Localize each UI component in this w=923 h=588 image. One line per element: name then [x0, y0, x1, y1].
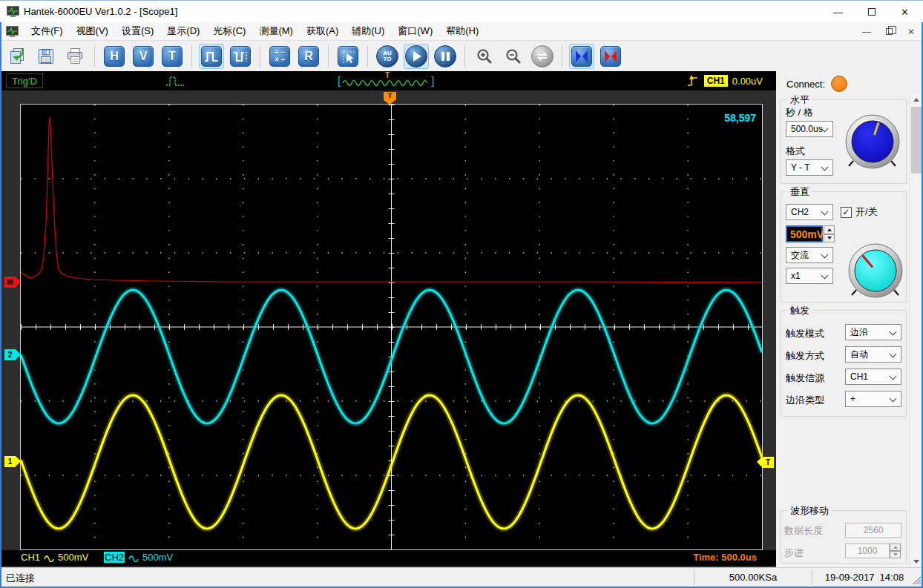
volts-per-div-field[interactable]: 500mV [786, 225, 823, 242]
trigger-source-label: 触发信源 [786, 371, 824, 385]
math-channel-marker[interactable]: M [4, 277, 16, 288]
scroll-up-icon[interactable] [910, 93, 922, 105]
panel-scrollbar[interactable] [910, 93, 922, 567]
pulse-icon [201, 46, 222, 67]
trigger-level-marker[interactable]: T [762, 457, 774, 468]
channel-switch-checkbox[interactable]: ✓ 开/关 [841, 205, 878, 219]
trigger-position-marker[interactable]: T [384, 92, 396, 100]
connect-led-icon [831, 76, 847, 92]
mdi-close-button[interactable]: ✕ [905, 26, 917, 38]
scope-display[interactable]: 58,597 [20, 104, 763, 550]
menu-display[interactable]: 显示(D) [160, 22, 206, 40]
run-button[interactable] [404, 44, 429, 69]
title-bar: Hantek-6000EU Ver1.0.2 - [Scope1] — ✕ [0, 0, 923, 22]
waveform-mode-button[interactable] [199, 44, 224, 69]
app-window: Hantek-6000EU Ver1.0.2 - [Scope1] — ✕ 文件… [0, 0, 923, 588]
cursor-measure-button[interactable] [335, 44, 361, 69]
ch1-scale: 500mV [58, 552, 88, 563]
horizontal-knob[interactable] [844, 113, 901, 171]
menu-view[interactable]: 视图(V) [70, 22, 115, 40]
menu-bar: 文件(F) 视图(V) 设置(S) 显示(D) 光标(C) 测量(M) 获取(A… [0, 22, 923, 41]
pause-button[interactable] [433, 44, 458, 69]
reference-button[interactable]: R [296, 44, 321, 69]
menu-file[interactable]: 文件(F) [24, 22, 70, 40]
menu-cursor[interactable]: 光标(C) [206, 22, 252, 40]
zoom-out-button[interactable] [501, 44, 526, 69]
trigger-sweep-select[interactable]: 自动 [845, 346, 901, 363]
edge-type-label: 边沿类型 [786, 394, 824, 407]
waveform-preview[interactable]: [ ] T [338, 72, 441, 90]
edge-type-select[interactable]: + [845, 391, 901, 407]
spin-up-button[interactable] [824, 225, 835, 234]
chevron-down-icon [890, 351, 897, 358]
trigger-button[interactable]: T [160, 44, 185, 69]
menu-help[interactable]: 帮助(H) [439, 22, 485, 40]
horizontal-group-title: 水平 [787, 93, 812, 107]
ac-coupling-icon [128, 553, 139, 562]
waveform-mode2-button[interactable] [228, 44, 253, 69]
statusbar-separator [694, 569, 694, 585]
channel-select[interactable]: CH2 [786, 204, 833, 220]
open-icon [7, 47, 27, 66]
menu-acquire[interactable]: 获取(A) [300, 22, 345, 40]
close-button[interactable]: ✕ [888, 1, 922, 23]
ch1-position-marker[interactable]: 1 [4, 456, 16, 467]
volts-spinner[interactable] [824, 225, 835, 242]
data-length-field[interactable]: 2560 [845, 523, 901, 538]
spin-down-button[interactable] [824, 234, 835, 243]
chevron-down-icon [821, 164, 829, 171]
format-select[interactable]: Y - T [786, 159, 833, 176]
mdi-restore-button[interactable] [883, 26, 895, 38]
ch1-label: CH1 [21, 552, 40, 563]
chevron-down-icon [821, 272, 829, 280]
chevron-down-icon [890, 328, 897, 336]
scrollbar-thumb[interactable] [911, 107, 922, 174]
timebase-readout: Time: 500.0us [693, 552, 757, 563]
trigger-mode-select[interactable]: 边沿 [845, 324, 901, 340]
open-button[interactable] [4, 44, 30, 69]
step-spinner[interactable] [890, 544, 901, 558]
control-panel: Connect: 水平 秒 / 格 500.0us 格式 Y - T 垂直 [776, 71, 923, 567]
scroll-down-icon[interactable] [910, 555, 922, 567]
pause-icon [434, 45, 456, 67]
pulse-waveform-icon [165, 73, 187, 89]
vertical-group-title: 垂直 [787, 185, 812, 199]
horizontal-compress-button[interactable] [598, 44, 623, 69]
toolbar-separator [191, 45, 192, 67]
vertical-button[interactable]: V [131, 44, 156, 69]
menu-window[interactable]: 窗口(W) [391, 22, 439, 40]
zoom-in-button[interactable] [472, 44, 497, 69]
sec-per-div-select[interactable]: 500.0us [786, 121, 833, 137]
maximize-button[interactable] [855, 1, 888, 23]
coupling-select[interactable]: 交流 [786, 247, 833, 263]
waveform-move-title: 波形移动 [787, 504, 832, 518]
menu-settings[interactable]: 设置(S) [115, 22, 160, 40]
maximize-icon [868, 8, 876, 16]
sample-rate: 500.00KSa [697, 572, 809, 583]
toolbar-separator [562, 45, 562, 67]
scope-footer: CH1 500mV CH2 500mV Time: 500.0us [0, 550, 776, 566]
trigger-sweep-label: 触发方式 [786, 349, 824, 363]
math-button[interactable]: + −× ÷ [267, 44, 292, 69]
save-button[interactable] [33, 44, 59, 69]
trigger-source-select[interactable]: CH1 [845, 369, 901, 385]
minimize-button[interactable]: — [821, 1, 855, 23]
print-button[interactable] [62, 44, 88, 69]
spin-down-button[interactable] [890, 551, 901, 558]
menu-utility[interactable]: 辅助(U) [345, 22, 391, 40]
resize-grip-icon[interactable] [912, 575, 922, 585]
horizontal-expand-button[interactable] [569, 44, 594, 69]
swap-button[interactable] [530, 44, 555, 69]
step-field[interactable]: 1000 [845, 544, 890, 558]
vertical-knob[interactable] [847, 242, 904, 300]
ch2-position-marker[interactable]: 2 [4, 349, 16, 360]
menu-measure[interactable]: 测量(M) [252, 22, 300, 40]
spin-up-button[interactable] [890, 544, 901, 551]
window-border-left [0, 22, 1, 588]
probe-select[interactable]: x1 [786, 268, 833, 284]
zoom-in-icon [476, 47, 493, 65]
auto-setup-button[interactable]: AUTO [375, 44, 400, 69]
horizontal-button[interactable]: H [102, 44, 127, 69]
mdi-minimize-button[interactable]: — [861, 26, 873, 38]
cursor-icon [338, 46, 358, 67]
